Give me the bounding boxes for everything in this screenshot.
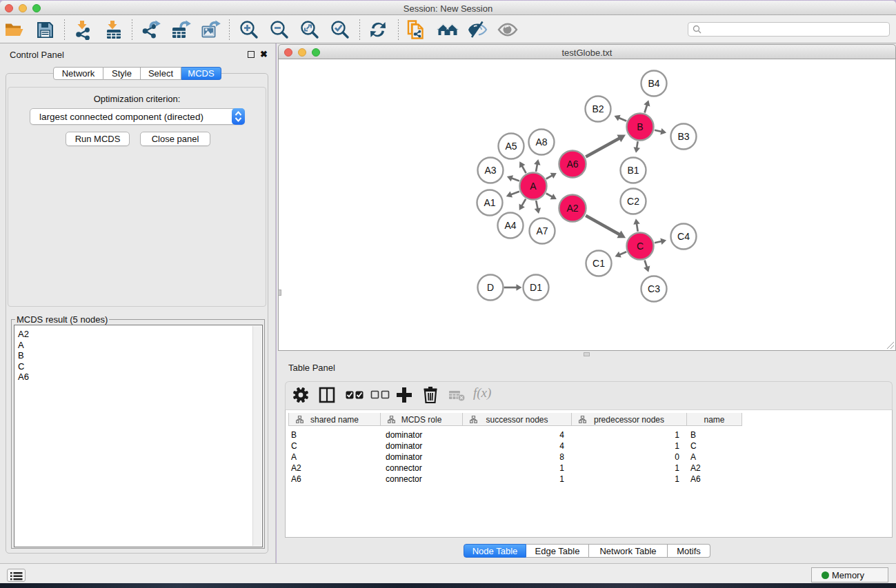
svg-text:B2: B2 <box>592 103 604 114</box>
svg-text:A2: A2 <box>566 203 578 214</box>
svg-text:C2: C2 <box>627 196 639 207</box>
svg-text:A8: A8 <box>535 136 547 148</box>
svg-text:A5: A5 <box>505 141 517 152</box>
svg-text:A6: A6 <box>566 159 578 170</box>
svg-text:B4: B4 <box>648 78 659 89</box>
svg-text:A4: A4 <box>504 220 516 231</box>
svg-text:A7: A7 <box>536 225 548 236</box>
svg-text:B1: B1 <box>627 165 639 176</box>
svg-text:C4: C4 <box>677 231 690 242</box>
svg-text:B3: B3 <box>677 131 689 142</box>
svg-text:A1: A1 <box>484 197 495 208</box>
svg-text:D1: D1 <box>530 282 542 293</box>
svg-text:C1: C1 <box>593 258 605 269</box>
svg-text:C: C <box>636 241 643 252</box>
svg-text:D: D <box>486 282 493 293</box>
svg-text:A: A <box>530 181 537 192</box>
svg-text:C3: C3 <box>648 283 660 294</box>
svg-text:A3: A3 <box>484 165 496 176</box>
svg-text:B: B <box>637 121 643 132</box>
